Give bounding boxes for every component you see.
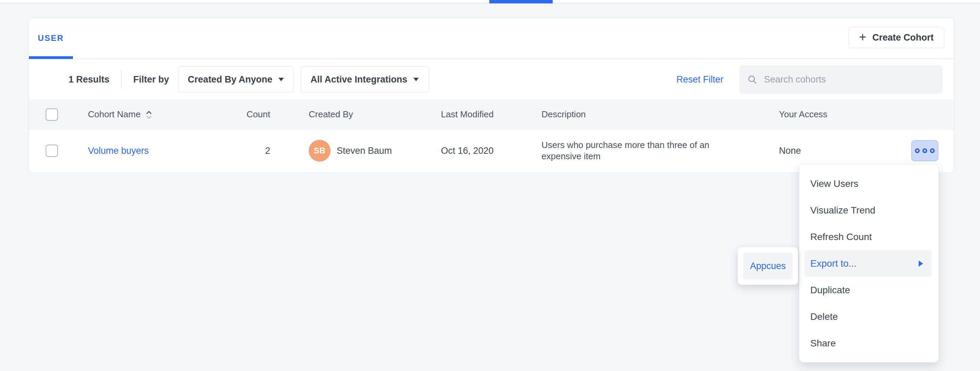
menu-item-view-users[interactable]: View Users — [799, 170, 939, 197]
header-description: Description — [541, 109, 779, 120]
top-nav-edge — [0, 0, 980, 3]
header-your-access: Your Access — [779, 109, 911, 120]
results-count: 1 Results — [68, 74, 110, 85]
ellipsis-icon — [930, 148, 935, 153]
cohort-count: 2 — [238, 146, 270, 156]
filter-bar: 1 Results Filter by Created By Anyone Al… — [29, 59, 954, 100]
cohort-actions-menu: View Users Visualize Trend Refresh Count… — [799, 164, 939, 363]
menu-item-duplicate[interactable]: Duplicate — [799, 277, 939, 304]
search-icon — [747, 74, 757, 85]
tab-bar: USER + Create Cohort — [29, 18, 954, 59]
reset-filter-link[interactable]: Reset Filter — [676, 74, 724, 85]
cohort-name-link[interactable]: Volume buyers — [88, 146, 149, 156]
created-by-name: Steven Baum — [337, 146, 392, 156]
last-modified-date: Oct 16, 2020 — [441, 146, 541, 156]
row-checkbox[interactable] — [46, 145, 58, 157]
ellipsis-icon — [915, 148, 920, 153]
select-all-checkbox[interactable] — [46, 108, 58, 121]
divider — [121, 70, 122, 89]
search-box[interactable] — [739, 65, 943, 94]
sort-icon — [145, 110, 152, 120]
integrations-dropdown-value: All Active Integrations — [310, 74, 407, 85]
filter-by-label: Filter by — [133, 74, 169, 85]
ellipsis-icon — [923, 148, 927, 153]
export-to-label: Export to... — [810, 258, 856, 269]
avatar: SB — [309, 140, 331, 162]
your-access-value: None — [779, 146, 911, 156]
submenu-arrow-icon — [919, 261, 923, 267]
created-by-dropdown-value: Created By Anyone — [188, 74, 272, 85]
header-count: Count — [238, 109, 270, 120]
menu-item-visualize-trend[interactable]: Visualize Trend — [799, 197, 939, 224]
integrations-dropdown[interactable]: All Active Integrations — [301, 66, 429, 93]
header-cohort-name[interactable]: Cohort Name — [88, 109, 238, 120]
create-cohort-label: Create Cohort — [872, 32, 934, 43]
tab-user-label: USER — [38, 33, 64, 43]
chevron-down-icon — [413, 78, 419, 81]
chevron-down-icon — [278, 78, 284, 81]
active-nav-tab-indicator — [489, 0, 553, 3]
tab-user[interactable]: USER — [29, 18, 73, 58]
created-by-dropdown[interactable]: Created By Anyone — [178, 66, 294, 93]
search-input[interactable] — [763, 74, 935, 85]
menu-item-appcues[interactable]: Appcues — [743, 253, 792, 279]
cohorts-panel: USER + Create Cohort 1 Results Filter by… — [29, 18, 954, 172]
plus-icon: + — [859, 31, 866, 43]
cohort-description: Users who purchase more than three of an… — [541, 140, 725, 162]
create-cohort-button[interactable]: + Create Cohort — [848, 27, 944, 48]
menu-item-refresh-count[interactable]: Refresh Count — [799, 224, 939, 250]
header-created-by: Created By — [309, 109, 441, 120]
menu-item-export-to[interactable]: Export to... — [805, 250, 932, 277]
row-actions-button[interactable] — [911, 140, 939, 161]
menu-item-delete[interactable]: Delete — [799, 304, 939, 330]
export-submenu: Appcues — [738, 247, 798, 285]
menu-item-share[interactable]: Share — [799, 330, 939, 357]
table-header-row: Cohort Name Count Created By Last Modifi… — [29, 100, 954, 129]
header-last-modified: Last Modified — [441, 109, 541, 120]
